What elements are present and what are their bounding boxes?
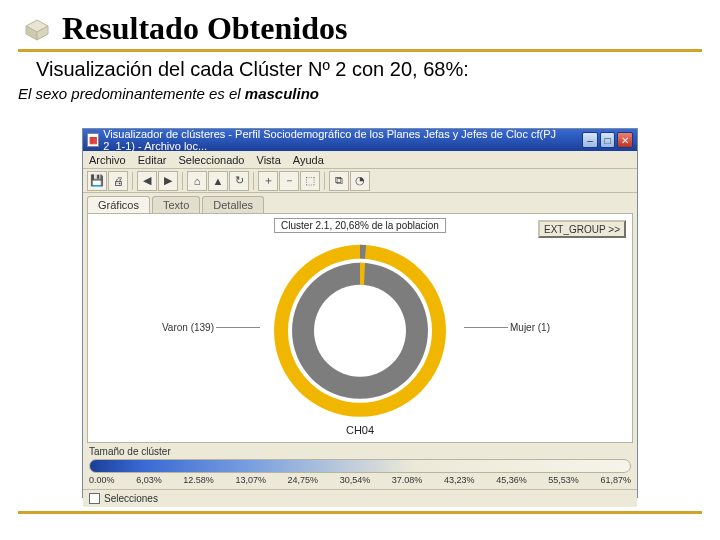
tool-zoomout-icon[interactable]: － (279, 171, 299, 191)
menu-ayuda[interactable]: Ayuda (293, 154, 324, 166)
chart-axis-label: CH04 (346, 424, 374, 436)
tool-copy-icon[interactable]: ⧉ (329, 171, 349, 191)
tool-reload-icon[interactable]: ↻ (229, 171, 249, 191)
slide-subtitle: Visualización del cada Clúster Nº 2 con … (18, 58, 702, 81)
tool-fit-icon[interactable]: ⬚ (300, 171, 320, 191)
cluster-size-bar[interactable] (89, 459, 631, 473)
selecciones-checkbox[interactable] (89, 493, 100, 504)
footer-bar: Selecciones (83, 489, 637, 507)
cube-icon (18, 16, 56, 42)
menu-seleccionado[interactable]: Seleccionado (178, 154, 244, 166)
tool-zoomin-icon[interactable]: ＋ (258, 171, 278, 191)
tool-chart-icon[interactable]: ◔ (350, 171, 370, 191)
cluster-size-label: Tamaño de clúster (83, 443, 637, 457)
slide-subnote: El sexo predominantemente es el masculin… (18, 85, 702, 102)
title-underline (18, 49, 702, 52)
minimize-button[interactable]: – (582, 132, 598, 148)
chart-title: Cluster 2.1, 20,68% de la poblacion (274, 218, 446, 233)
window-title: Visualizador de clústeres - Perfil Socio… (103, 128, 580, 152)
tool-next-icon[interactable]: ▶ (158, 171, 178, 191)
menu-vista[interactable]: Vista (257, 154, 281, 166)
leader-line-left (216, 327, 260, 328)
menu-bar: Archivo Editar Seleccionado Vista Ayuda (83, 151, 637, 169)
tool-home-icon[interactable]: ⌂ (187, 171, 207, 191)
cluster-size-ticks: 0.00% 6,03% 12.58% 13,07% 24,75% 30,54% … (89, 475, 631, 485)
slide-title: Resultado Obtenidos (62, 10, 347, 47)
chart-area: Cluster 2.1, 20,68% de la poblacion EXT_… (87, 213, 633, 443)
tool-up-icon[interactable]: ▲ (208, 171, 228, 191)
chart-label-varon: Varon (139) (144, 322, 214, 333)
tab-bar: Gráficos Texto Detalles (83, 193, 637, 213)
ext-group-button[interactable]: EXT_GROUP >> (538, 220, 626, 238)
tab-texto[interactable]: Texto (152, 196, 200, 213)
toolbar: 💾 🖨 ◀ ▶ ⌂ ▲ ↻ ＋ － ⬚ ⧉ ◔ (83, 169, 637, 193)
tool-print-icon[interactable]: 🖨 (108, 171, 128, 191)
donut-chart (265, 236, 455, 428)
slide-bottom-rule (18, 511, 702, 514)
selecciones-label: Selecciones (104, 493, 158, 504)
menu-archivo[interactable]: Archivo (89, 154, 126, 166)
close-button[interactable]: ✕ (617, 132, 633, 148)
tool-save-icon[interactable]: 💾 (87, 171, 107, 191)
window-titlebar[interactable]: ▦ Visualizador de clústeres - Perfil Soc… (83, 129, 637, 151)
leader-line-right (464, 327, 508, 328)
app-icon: ▦ (87, 133, 99, 147)
tool-prev-icon[interactable]: ◀ (137, 171, 157, 191)
svg-point-6 (314, 285, 406, 377)
tab-detalles[interactable]: Detalles (202, 196, 264, 213)
maximize-button[interactable]: □ (600, 132, 616, 148)
tab-graficos[interactable]: Gráficos (87, 196, 150, 213)
app-window: ▦ Visualizador de clústeres - Perfil Soc… (82, 128, 638, 498)
chart-label-mujer: Mujer (1) (510, 322, 570, 333)
menu-editar[interactable]: Editar (138, 154, 167, 166)
